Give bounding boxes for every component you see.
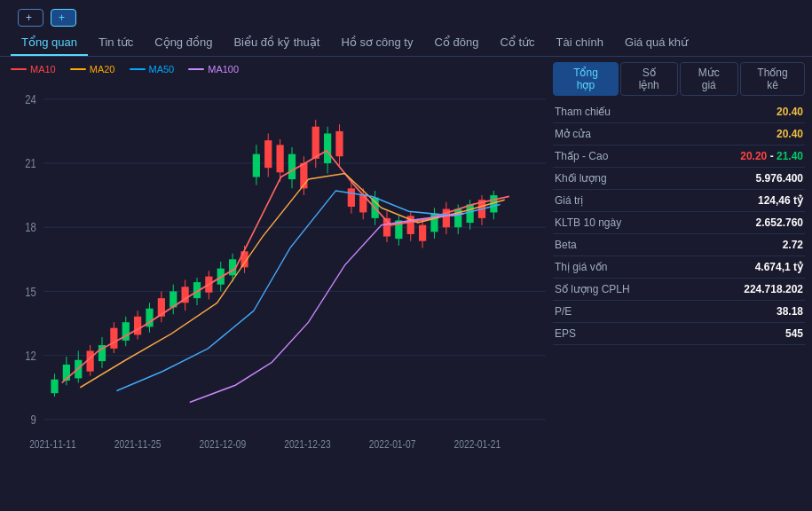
svg-rect-19	[51, 380, 58, 393]
app-container: + + Tổng quanTin tứcCộng đồngBiểu đồ kỹ …	[0, 0, 812, 511]
stats-row-mocua: Mở cửa 20.40	[553, 123, 805, 145]
label-soluong: Số lượng CPLH	[555, 283, 630, 295]
nav-tab-cổ-đông[interactable]: Cổ đông	[423, 30, 489, 56]
value-soluong: 224.718.202	[744, 283, 803, 295]
label-pe: P/E	[555, 305, 572, 318]
svg-text:24: 24	[25, 92, 36, 107]
nav-tab-cộng-đồng[interactable]: Cộng đồng	[144, 30, 223, 56]
stats-row-thamchieu: Tham chiếu 20.40	[553, 101, 805, 123]
main-content: MA10MA20MA50MA100 24 21 18 15 12 9	[0, 57, 812, 511]
label-khoiluong: Khối lượng	[555, 172, 607, 185]
stats-row-soluong: Số lượng CPLH 224.718.202	[553, 279, 805, 301]
svg-rect-55	[264, 140, 272, 168]
svg-rect-65	[324, 133, 331, 163]
svg-text:2021-11-11: 2021-11-11	[29, 437, 76, 450]
svg-rect-69	[348, 188, 355, 207]
nav-tab-cổ-tức[interactable]: Cổ tức	[489, 30, 545, 56]
nav-tab-tài-chính[interactable]: Tài chính	[546, 30, 614, 56]
bieudo-button[interactable]: +	[18, 9, 43, 27]
svg-rect-59	[288, 154, 296, 179]
svg-text:2021-12-09: 2021-12-09	[200, 437, 247, 450]
label-eps: EPS	[555, 327, 576, 340]
svg-rect-33	[134, 317, 141, 335]
chart-area: MA10MA20MA50MA100 24 21 18 15 12 9	[0, 57, 546, 511]
stats-row-beta: Beta 2.72	[553, 234, 805, 256]
value-giaTri: 124,46 tỷ	[758, 194, 803, 207]
value-mocua: 20.40	[777, 128, 803, 140]
plus-icon2: +	[59, 12, 65, 24]
nav-tab-giá-quá-khứ[interactable]: Giá quá khứ	[614, 30, 698, 56]
svg-text:2021-12-23: 2021-12-23	[284, 437, 331, 450]
svg-rect-63	[312, 127, 319, 159]
svg-text:9: 9	[31, 413, 36, 428]
label-beta: Beta	[555, 239, 577, 251]
stats-row-thapCao: Thấp - Cao 20.20 - 21.40	[553, 145, 805, 168]
tab-thongke[interactable]: Thống kê	[740, 62, 805, 96]
value-khoiluong: 5.976.400	[756, 172, 803, 185]
stats-row-giaTri: Giá trị 124,46 tỷ	[553, 190, 805, 212]
ma-legend: MA10MA20MA50MA100	[7, 62, 546, 76]
label-mocua: Mở cửa	[555, 128, 591, 140]
nav-tab-tổng-quan[interactable]: Tổng quan	[11, 30, 88, 56]
chart-svg: 24 21 18 15 12 9 2021-11-11 2021-11-25 2…	[7, 76, 546, 511]
stats-row-kltb: KLTB 10 ngày 2.652.760	[553, 212, 805, 234]
nav-tab-biểu-đồ-kỹ-thuật[interactable]: Biểu đồ kỹ thuật	[223, 30, 330, 56]
ticker-row: + +	[11, 9, 76, 27]
ma-legend-item-ma20: MA20	[70, 64, 115, 75]
nav-tab-hồ-sơ-công-ty[interactable]: Hồ sơ công ty	[330, 30, 423, 56]
stats-row-khoiluong: Khối lượng 5.976.400	[553, 168, 805, 190]
value-thamchieu: 20.40	[777, 106, 803, 118]
label-thamchieu: Tham chiếu	[555, 106, 611, 118]
ma-legend-item-ma50: MA50	[130, 64, 175, 75]
svg-rect-81	[419, 225, 426, 241]
tab-soLenh[interactable]: Số lệnh	[620, 62, 678, 96]
svg-rect-67	[335, 131, 343, 156]
header: + +	[0, 0, 812, 30]
value-eps: 545	[785, 327, 803, 340]
panel-tabs: Tổng hợp Số lệnh Mức giá Thống kê	[553, 62, 805, 96]
ma-legend-item-ma10: MA10	[11, 64, 56, 75]
value-thigiavon: 4.674,1 tỷ	[755, 261, 803, 273]
value-thapCao: 20.20 - 21.40	[740, 150, 803, 162]
stats-row-pe: P/E 38.18	[553, 301, 805, 323]
header-left: + +	[11, 7, 76, 27]
svg-text:12: 12	[25, 349, 36, 364]
value-kltb: 2.652.760	[756, 216, 803, 229]
value-beta: 2.72	[783, 239, 803, 251]
theodoi-button[interactable]: +	[51, 9, 76, 27]
tab-mucgia[interactable]: Mức giá	[680, 62, 738, 96]
svg-text:15: 15	[25, 284, 36, 299]
label-giaTri: Giá trị	[555, 194, 583, 207]
svg-rect-29	[110, 328, 117, 349]
svg-rect-53	[253, 154, 260, 177]
plus-icon: +	[26, 12, 32, 24]
stats-table: Tham chiếu 20.40 Mở cửa 20.40 Thấp - Cao…	[553, 101, 805, 345]
right-panel: Tổng hợp Số lệnh Mức giá Thống kê Tham c…	[546, 57, 812, 511]
label-thapCao: Thấp - Cao	[555, 150, 608, 162]
svg-text:2021-11-25: 2021-11-25	[114, 437, 162, 450]
stats-row-eps: EPS 545	[553, 323, 805, 345]
chart-container: 24 21 18 15 12 9 2021-11-11 2021-11-25 2…	[7, 76, 546, 511]
svg-text:18: 18	[25, 220, 36, 235]
stats-row-thigiavon: Thị giá vốn 4.674,1 tỷ	[553, 256, 805, 279]
value-pe: 38.18	[777, 305, 803, 318]
nav-tab-tin-tức[interactable]: Tin tức	[88, 30, 144, 56]
nav-tabs: Tổng quanTin tứcCộng đồngBiểu đồ kỹ thuậ…	[0, 30, 812, 57]
svg-rect-57	[277, 145, 284, 172]
label-thigiavon: Thị giá vốn	[555, 261, 607, 273]
tab-tonghop[interactable]: Tổng hợp	[553, 62, 619, 96]
ma-legend-item-ma100: MA100	[188, 64, 239, 75]
svg-text:2022-01-07: 2022-01-07	[369, 437, 416, 450]
label-kltb: KLTB 10 ngày	[555, 216, 621, 229]
svg-text:21: 21	[25, 156, 36, 171]
svg-text:2022-01-21: 2022-01-21	[454, 437, 501, 450]
svg-rect-89	[466, 204, 473, 223]
